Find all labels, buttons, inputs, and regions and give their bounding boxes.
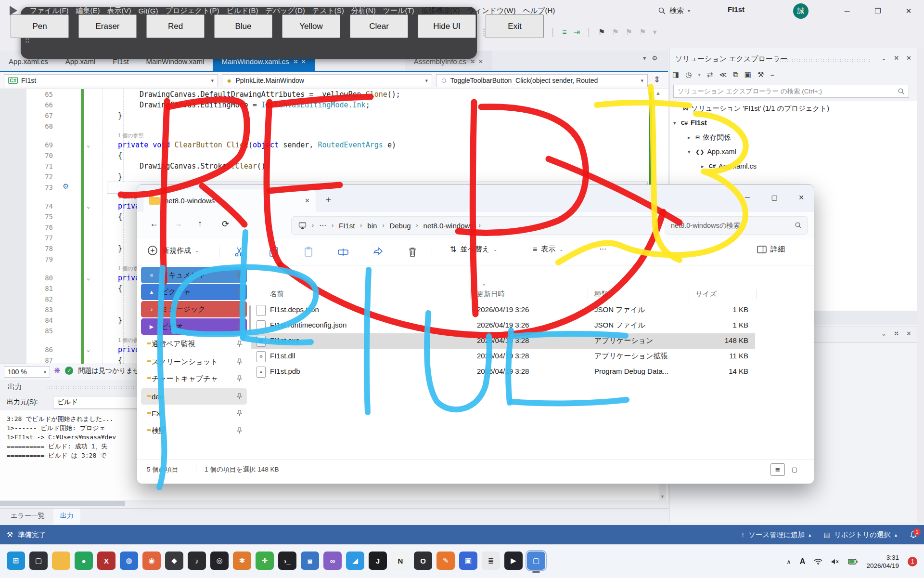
output-horizontal-scrollbar[interactable] [0, 501, 125, 506]
address-bar[interactable]: › ⋯ › FI1st›bin›Debug›net8.0-windows› [291, 216, 658, 235]
rename-icon[interactable] [337, 246, 349, 258]
taskbar-app-icon[interactable]: ▢ [29, 552, 48, 570]
taskbar-app-icon[interactable] [52, 552, 70, 570]
close-icon[interactable]: ✕ [478, 58, 483, 65]
nav-pane-item[interactable]: 通貨ペア監視 [141, 336, 247, 352]
notification-badge[interactable]: 1 [908, 557, 917, 566]
wifi-icon[interactable] [814, 558, 822, 565]
tree-item[interactable]: ▾ ❮❯ App.xaml [669, 144, 917, 159]
taskbar-app-icon[interactable]: J [369, 552, 387, 570]
codelens[interactable]: 1 個の参照 [0, 131, 668, 140]
taskbar-app-icon[interactable]: ›_ [278, 552, 296, 570]
solution-toolbar-icon[interactable]: ▣ [744, 70, 751, 79]
taskbar-app-icon[interactable]: ✎ [436, 552, 455, 570]
file-row[interactable]: ⚙ FI1st.dll 2026/04/19 3:28 アプリケーション拡張 1… [251, 349, 755, 364]
taskbar-app-icon[interactable]: ≣ [482, 552, 500, 570]
minimize-button[interactable]: ─ [734, 185, 761, 210]
explorer-tab[interactable]: net8.0-windows ✕ [143, 189, 316, 212]
toolbar-icon[interactable]: ⚑ [639, 27, 646, 37]
account-avatar[interactable]: 誠 [793, 3, 808, 19]
nav-pane-item[interactable]: FX [141, 405, 247, 421]
back-button[interactable]: ← [150, 219, 158, 229]
ink-toolbar-button[interactable]: Blue [214, 14, 272, 38]
tree-item[interactable]: ▸ C# App.xaml.cs [669, 159, 917, 173]
ink-toolbar-button[interactable]: Red [146, 14, 205, 38]
solution-toolbar-icon[interactable]: ◨ [672, 70, 679, 79]
solution-toolbar-icon[interactable]: ⚒ [757, 70, 764, 79]
solution-toolbar-icon[interactable]: ◷ [685, 70, 692, 79]
split-editor-handle[interactable]: ⇕ [654, 75, 660, 85]
close-button[interactable]: ✕ [788, 185, 814, 210]
refresh-button[interactable]: ⟳ [222, 219, 229, 229]
taskbar-app-icon[interactable]: O [414, 552, 432, 570]
ink-toolbar-button[interactable]: Pen [11, 14, 69, 38]
menu-item[interactable]: Git(G) [139, 7, 158, 15]
taskbar-app-icon[interactable]: ⊞ [7, 552, 25, 570]
breadcrumb-item[interactable]: FI1st [339, 222, 355, 230]
taskbar-app-icon[interactable]: ✚ [256, 552, 274, 570]
share-icon[interactable] [372, 246, 384, 258]
file-row[interactable]: ● FI1st.pdb 2026/04/19 3:28 Program Debu… [251, 364, 755, 380]
chevron-down-icon[interactable]: ⌄ [881, 330, 886, 337]
vs-search[interactable]: 検索 ▾ [658, 4, 690, 17]
file-row[interactable]: FI1st.runtimeconfig.json 2026/04/19 3:26… [251, 318, 755, 333]
cut-icon[interactable] [233, 246, 245, 258]
taskbar-app-icon[interactable]: ▶ [504, 552, 523, 570]
nav-pane-item[interactable]: ▲ ピクチャ [141, 284, 247, 300]
tray-chevron-icon[interactable]: ∧ [786, 558, 791, 565]
quick-actions-icon[interactable]: ⚙ [63, 182, 69, 191]
nav-pane-item[interactable]: ≡ ドキュメント [141, 267, 247, 283]
taskbar-app-icon[interactable]: ∞ [323, 552, 342, 570]
column-size[interactable]: サイズ [695, 289, 717, 299]
explorer-search-input[interactable]: net8.0-windowsの検索 [665, 216, 808, 235]
panel-tab[interactable]: 出力 [53, 509, 80, 525]
zoom-dropdown[interactable]: 100 %▾ [4, 366, 50, 378]
paste-icon[interactable] [303, 246, 314, 258]
breadcrumb-item[interactable]: bin [367, 222, 377, 230]
add-to-source-control-button[interactable]: ↑ ソース管理に追加▴ [741, 530, 811, 539]
ink-toolbar-button[interactable]: Hide UI [418, 14, 476, 38]
close-button[interactable]: ✕ [893, 0, 924, 22]
expander-icon[interactable]: ▾ [673, 120, 680, 126]
column-type[interactable]: 種類 [594, 289, 608, 299]
taskbar-app-icon[interactable]: ◍ [120, 552, 138, 570]
expander-icon[interactable]: ▸ [688, 134, 694, 141]
copy-icon[interactable] [268, 246, 280, 258]
ink-toolbar-button[interactable]: Clear [350, 14, 408, 38]
file-row[interactable]: FI1st.deps.json 2026/04/19 3:26 JSON ファイ… [251, 302, 755, 318]
tree-item[interactable]: ▾ C# FI1st [669, 116, 917, 130]
toolbar-icon[interactable]: │ [551, 28, 555, 37]
taskbar-app-icon[interactable]: ▣ [459, 552, 477, 570]
taskbar-app-icon[interactable]: ♪ [188, 552, 206, 570]
close-icon[interactable]: ✕ [906, 330, 911, 337]
maximize-button[interactable]: ▢ [761, 185, 788, 210]
class-dropdown[interactable]: ◆ PpInkLite.MainWindow ▾ [222, 74, 432, 87]
toolbar-icon[interactable]: ▾ [653, 27, 656, 37]
column-date[interactable]: 更新日時 [477, 289, 505, 299]
taskbar-app-icon[interactable]: ◢ [346, 552, 364, 570]
solution-toolbar-icon[interactable]: − [770, 71, 774, 79]
breadcrumb-item[interactable]: net8.0-windows [424, 222, 474, 230]
column-name[interactable]: 名前 [270, 289, 284, 299]
taskbar-app-icon[interactable]: X [97, 552, 116, 570]
ink-toolbar-button[interactable]: Yellow [282, 14, 340, 38]
nav-pane-item[interactable]: チャートキャプチャ [141, 370, 247, 387]
scroll-down-icon[interactable]: ▼ [660, 494, 665, 499]
breadcrumb-ellipsis[interactable]: ⋯ [319, 221, 326, 230]
solution-toolbar-icon[interactable]: ⧉ [733, 70, 738, 79]
taskbar-app-icon[interactable]: ◎ [210, 552, 229, 570]
minimize-button[interactable]: ─ [832, 0, 862, 22]
tree-item[interactable]: ⋈ ソリューション 'FI1st' (1/1 のプロジェクト) [669, 101, 917, 116]
solution-toolbar-icon[interactable]: ≪ [719, 70, 727, 79]
scroll-up-icon[interactable]: ▲ [655, 90, 661, 96]
file-row[interactable]: FI1st.exe 2026/04/19 3:28 アプリケーション 148 K… [251, 333, 755, 349]
close-icon[interactable]: ✕ [906, 54, 911, 62]
notifications-bell[interactable]: 1 [910, 531, 917, 539]
new-button[interactable]: 新規作成⌄ [147, 245, 199, 256]
toolbar-icon[interactable]: ⚑ [598, 27, 605, 37]
solution-search-input[interactable]: ソリューション エクスプローラー の検索 (Ctrl+;) [673, 85, 909, 98]
right-scrollbar-strip[interactable] [917, 48, 924, 523]
close-icon[interactable]: ✕ [301, 58, 306, 65]
tree-item[interactable]: ▸ ⊟ 依存関係 [669, 130, 917, 144]
ime-indicator[interactable]: A [800, 557, 806, 566]
